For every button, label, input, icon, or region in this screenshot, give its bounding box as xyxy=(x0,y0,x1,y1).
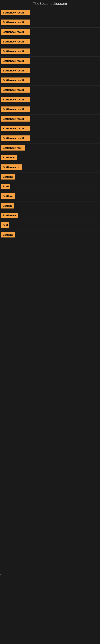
bottleneck-bar: Bottleneck result xyxy=(1,20,30,25)
bottleneck-bar: Bottleneck result xyxy=(1,136,30,141)
bar-row: Bottl xyxy=(0,182,100,192)
bottleneck-bar: Bottleneck result xyxy=(1,10,30,15)
bar-row: Bottleneck result xyxy=(0,114,100,124)
bottleneck-bar: Bottleneck re xyxy=(1,164,22,170)
bar-row: Bottlenec xyxy=(0,153,100,163)
bar-row: Bottleneck result xyxy=(0,86,100,95)
bar-row: Bottleneck result xyxy=(0,28,100,37)
bottleneck-bar: Bottlen xyxy=(1,203,14,208)
bar-row: Bottleneck result xyxy=(0,18,100,28)
bar-row: Bottleneck result xyxy=(0,134,100,144)
bar-row: Bottleneck result xyxy=(0,47,100,56)
bar-row: Bottleneck result xyxy=(0,105,100,114)
bottleneck-bar: Bottleneck result xyxy=(1,126,30,131)
bar-row: Bottlene xyxy=(0,230,100,240)
bottleneck-bar: Bott xyxy=(1,222,9,228)
bottleneck-bar: Bottlene xyxy=(1,232,15,238)
bottleneck-bar: Bottleneck result xyxy=(1,48,30,54)
bar-row: Bottleneck result xyxy=(0,37,100,47)
bottleneck-bar: Bottl xyxy=(1,184,10,189)
bottleneck-bar: Bottleneck res xyxy=(1,145,25,150)
bar-row: Bottlene xyxy=(0,172,100,182)
bottleneck-bar: Bottlenec xyxy=(1,155,17,160)
bar-row: Bottleneck re xyxy=(0,163,100,172)
bottleneck-bar: Bottleneck result xyxy=(1,78,30,83)
bar-row: Bottleneck result xyxy=(0,76,100,86)
bar-row: Bottleneck result xyxy=(0,8,100,18)
site-title: TheBottlenecker.com xyxy=(0,0,100,8)
bar-row: Bottleneck res xyxy=(0,144,100,153)
bar-row: Bottleneck result xyxy=(0,95,100,105)
bottleneck-bar: Bottleneck xyxy=(1,213,18,218)
bottleneck-bar: Bottleneck result xyxy=(1,87,30,92)
small-label: t xyxy=(0,574,1,576)
bottleneck-bar: Bottleneck result xyxy=(1,68,30,73)
bottleneck-bar: Bottleneck result xyxy=(1,39,30,44)
bar-row: Bott xyxy=(0,221,100,230)
bars-container: Bottleneck resultBottleneck resultBottle… xyxy=(0,8,100,240)
bottleneck-bar: Bottleneck result xyxy=(1,116,30,122)
bottleneck-bar: Bottleneck result xyxy=(1,58,30,64)
bar-row: Bottlene xyxy=(0,192,100,202)
bottleneck-bar: Bottlene xyxy=(1,174,15,180)
bottleneck-bar: Bottlene xyxy=(1,194,15,199)
bar-row: Bottleneck xyxy=(0,211,100,221)
bar-row: Bottleneck result xyxy=(0,56,100,66)
bar-row: Bottleneck result xyxy=(0,66,100,76)
bottleneck-bar: Bottleneck result xyxy=(1,97,30,102)
bar-row: Bottlen xyxy=(0,202,100,211)
bottleneck-bar: Bottleneck result xyxy=(1,106,30,112)
bottleneck-bar: Bottleneck result xyxy=(1,29,30,34)
bar-row: Bottleneck result xyxy=(0,124,100,134)
